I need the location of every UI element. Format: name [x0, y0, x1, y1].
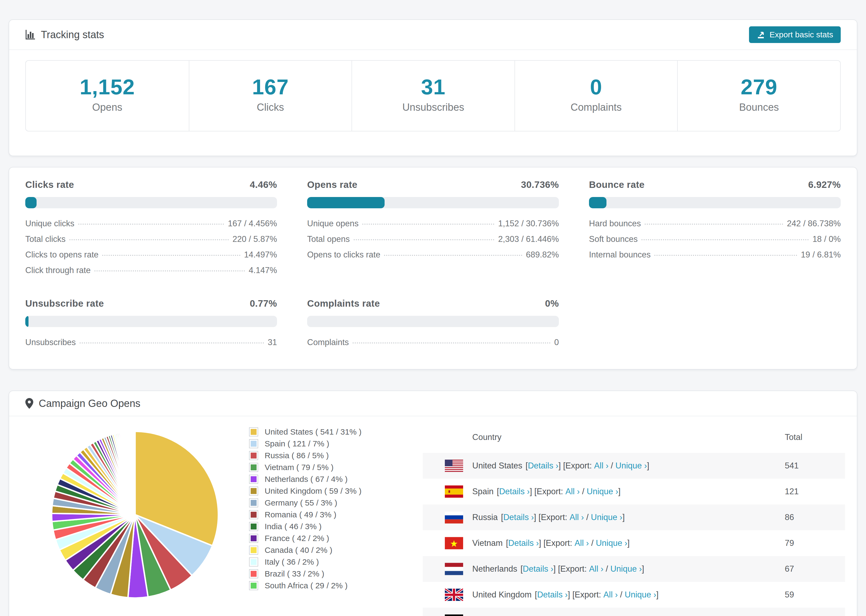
- bracket: [: [506, 538, 508, 548]
- export-button-label: Export basic stats: [770, 30, 833, 39]
- slash: /: [580, 487, 587, 497]
- legend-swatch: [249, 475, 258, 484]
- legend-item: Netherlands ( 67 / 4% ): [249, 473, 361, 485]
- rate-row: Soft bounces18 / 0%: [589, 235, 841, 243]
- bracket: ]: [656, 590, 659, 600]
- dotted-leader: [94, 270, 245, 272]
- legend-swatch: [249, 545, 258, 555]
- rate-row-value: 689.82%: [526, 251, 559, 259]
- rate-panel-title: Complaints rate: [307, 298, 380, 309]
- export-unique-link[interactable]: Unique ›: [587, 487, 618, 497]
- geo-body: United States ( 541 / 31% )Spain ( 121 /…: [9, 416, 857, 616]
- rate-row: Total opens2,303 / 61.446%: [307, 235, 559, 243]
- rate-row: Unsubscribes31: [25, 338, 277, 346]
- export-icon: [757, 30, 765, 39]
- legend-label: Canada ( 40 / 2% ): [265, 545, 332, 555]
- table-row-vn: Vietnam[Details ›] [Export: All › / Uniq…: [423, 530, 845, 556]
- legend-swatch-color: [251, 441, 257, 447]
- export-all-link[interactable]: All ›: [603, 590, 618, 600]
- rate-row-label: Opens to clicks rate: [307, 251, 380, 259]
- bracket: [: [526, 461, 528, 471]
- legend-swatch-color: [251, 547, 257, 553]
- export-all-link[interactable]: All ›: [570, 512, 584, 522]
- rate-panel-value: 6.927%: [808, 179, 841, 190]
- export-basic-stats-button[interactable]: Export basic stats: [749, 26, 841, 43]
- legend-label: India ( 46 / 3% ): [265, 522, 322, 531]
- details-link[interactable]: Details ›: [537, 590, 568, 600]
- legend-swatch: [249, 534, 258, 543]
- rate-row-label: Hard bounces: [589, 220, 641, 228]
- legend-swatch-color: [251, 523, 257, 530]
- legend-swatch-color: [251, 453, 257, 459]
- export-label: Export:: [546, 538, 575, 548]
- bracket: [: [497, 487, 499, 497]
- legend-swatch-color: [251, 500, 257, 506]
- legend-label: Romania ( 49 / 3% ): [265, 510, 337, 519]
- legend-swatch: [249, 451, 258, 460]
- rate-row-label: Soft bounces: [589, 235, 638, 243]
- tracking-stats-card: Tracking stats Export basic stats 1,152O…: [9, 19, 857, 156]
- details-link[interactable]: Details ›: [528, 461, 559, 471]
- progress-bar: [307, 316, 559, 327]
- legend-swatch-color: [251, 488, 257, 494]
- dotted-leader: [362, 224, 494, 225]
- dashboard-page: Tracking stats Export basic stats 1,152O…: [0, 0, 866, 616]
- bracket: ] [: [530, 487, 537, 497]
- export-unique-link[interactable]: Unique ›: [625, 590, 656, 600]
- total-cell: 79: [785, 538, 845, 548]
- country-cell: Netherlands[Details ›] [Export: All › / …: [445, 563, 785, 575]
- export-all-link[interactable]: All ›: [575, 538, 589, 548]
- rate-row-label: Unique opens: [307, 220, 359, 228]
- rate-row-value: 2,303 / 61.446%: [498, 235, 559, 243]
- details-link[interactable]: Details ›: [508, 538, 539, 548]
- rate-panel-head: Bounce rate6.927%: [589, 179, 841, 190]
- details-link[interactable]: Details ›: [503, 512, 534, 522]
- summary-stat-boxes: 1,152Opens167Clicks31Unsubscribes0Compla…: [25, 60, 841, 131]
- us-flag-icon: [445, 460, 463, 472]
- legend-swatch-color: [251, 512, 257, 518]
- rate-row-value: 14.497%: [244, 251, 277, 259]
- export-label: Export:: [575, 590, 603, 600]
- legend-item: Romania ( 49 / 3% ): [249, 509, 361, 520]
- legend-swatch-color: [251, 464, 257, 470]
- dotted-leader: [102, 255, 240, 256]
- rate-row-value: 1,152 / 30.736%: [498, 220, 559, 228]
- country-cell: United States[Details ›] [Export: All › …: [445, 460, 785, 472]
- rate-row-value: 242 / 86.738%: [787, 220, 841, 228]
- dotted-leader: [78, 224, 224, 225]
- nl-flag-icon: [445, 563, 463, 575]
- rate-row-value: 18 / 0%: [812, 235, 841, 243]
- campaign-geo-opens-card: Campaign Geo Opens United States ( 541 /…: [9, 391, 857, 616]
- export-unique-link[interactable]: Unique ›: [615, 461, 647, 471]
- export-all-link[interactable]: All ›: [565, 487, 579, 497]
- legend-item: Canada ( 40 / 2% ): [249, 544, 361, 556]
- export-unique-link[interactable]: Unique ›: [591, 512, 622, 522]
- dotted-leader: [645, 224, 783, 225]
- export-unique-link[interactable]: Unique ›: [610, 564, 642, 574]
- legend-swatch: [249, 581, 258, 590]
- export-unique-link[interactable]: Unique ›: [596, 538, 627, 548]
- rate-panel-head: Unsubscribe rate0.77%: [25, 298, 277, 309]
- table-row-us: United States[Details ›] [Export: All › …: [423, 453, 845, 479]
- slash: /: [609, 461, 616, 471]
- details-link[interactable]: Details ›: [499, 487, 530, 497]
- legend-item: Spain ( 121 / 7% ): [249, 438, 361, 449]
- rates-grid-spacer: [589, 298, 841, 346]
- table-row-es: Spain[Details ›] [Export: All › / Unique…: [423, 479, 845, 504]
- rate-row-value: 4.147%: [249, 266, 277, 274]
- export-all-link[interactable]: All ›: [589, 564, 603, 574]
- details-link[interactable]: Details ›: [523, 564, 553, 574]
- rate-row-label: Internal bounces: [589, 251, 650, 259]
- stat-label: Unsubscribes: [356, 102, 510, 113]
- legend-swatch-color: [251, 571, 257, 577]
- rate-row: Unique clicks167 / 4.456%: [25, 220, 277, 228]
- rate-row-value: 0: [554, 338, 559, 346]
- legend-label: Germany ( 55 / 3% ): [265, 498, 337, 508]
- legend-swatch: [249, 427, 258, 437]
- stat-label: Clicks: [194, 102, 348, 113]
- pie-legend: United States ( 541 / 31% )Spain ( 121 /…: [249, 426, 361, 592]
- rate-rows: Unsubscribes31: [25, 338, 277, 346]
- export-all-link[interactable]: All ›: [594, 461, 608, 471]
- legend-label: South Africa ( 29 / 2% ): [265, 581, 348, 590]
- rate-panel-head: Complaints rate0%: [307, 298, 559, 309]
